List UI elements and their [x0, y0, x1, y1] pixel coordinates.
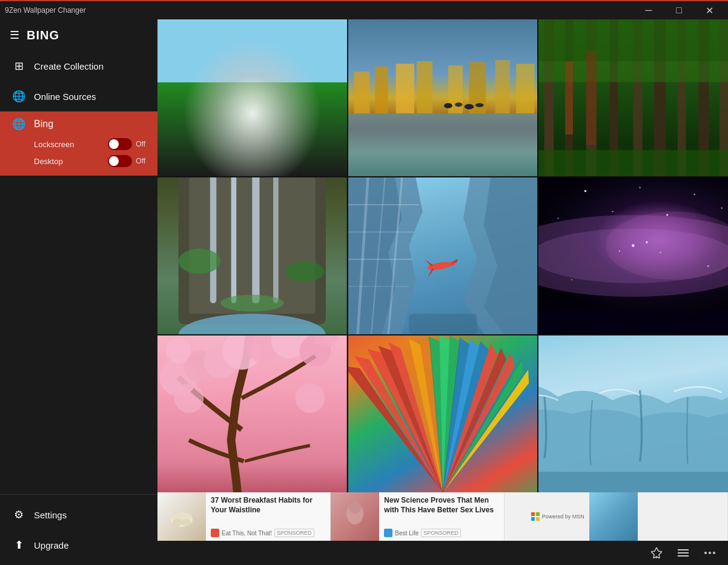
ad-msn-tag: Powered by MSN: [505, 492, 589, 541]
svg-point-117: [713, 552, 715, 554]
svg-point-42: [286, 261, 324, 282]
svg-point-75: [619, 250, 620, 251]
ad-content-1: 37 Worst Breakfast Habits for Your Waist…: [206, 492, 330, 541]
create-collection-label: Create Collection: [34, 61, 104, 71]
svg-point-43: [220, 295, 283, 312]
image-glacier[interactable]: [538, 335, 728, 492]
svg-rect-40: [273, 177, 279, 303]
svg-point-88: [166, 338, 191, 363]
maximize-button[interactable]: □: [665, 1, 693, 20]
image-grid: [157, 19, 728, 492]
svg-point-41: [179, 248, 220, 274]
svg-point-115: [704, 552, 707, 554]
image-cherry-blossom[interactable]: [157, 335, 347, 492]
titlebar-controls: ─ □ ✕: [635, 1, 723, 20]
main-content: 37 Worst Breakfast Habits for Your Waist…: [157, 19, 728, 565]
svg-point-16: [455, 102, 462, 107]
sidebar-item-settings[interactable]: ⚙ Settings: [0, 500, 157, 530]
svg-point-87: [296, 383, 325, 413]
svg-point-59: [640, 187, 641, 188]
ad-item-2[interactable]: New Science Proves That Men with This Ha…: [331, 492, 504, 541]
svg-rect-30: [538, 19, 728, 61]
svg-rect-110: [536, 517, 540, 521]
desktop-toggle-group: Off: [108, 155, 145, 167]
close-button[interactable]: ✕: [695, 1, 723, 20]
ad-bar: 37 Worst Breakfast Habits for Your Waist…: [157, 492, 728, 541]
image-waterfall[interactable]: [157, 177, 347, 334]
svg-rect-0: [157, 19, 347, 176]
sidebar-item-online-sources[interactable]: 🌐 Online Sources: [0, 81, 157, 111]
desktop-toggle[interactable]: [108, 155, 132, 167]
svg-rect-12: [495, 60, 509, 113]
svg-rect-14: [348, 113, 538, 176]
svg-rect-38: [231, 177, 237, 303]
ad-source-dot-1: [211, 529, 219, 537]
svg-point-2: [225, 25, 290, 107]
sidebar-bottom: ⚙ Settings ⬆ Upgrade: [0, 494, 157, 565]
svg-point-104: [181, 519, 191, 526]
svg-rect-108: [536, 512, 540, 516]
svg-point-106: [349, 501, 361, 514]
desktop-status: Off: [136, 157, 145, 165]
lockscreen-label: Lockscreen: [34, 140, 74, 149]
ad-sponsored-1: SPONSORED: [274, 529, 314, 537]
ad-image-1: [157, 492, 206, 541]
bing-source-item: 🌐 Bing Lockscreen Off Desktop Off: [0, 111, 157, 176]
titlebar: 9Zen Wallpaper Changer ─ □ ✕: [0, 0, 728, 19]
sidebar-item-upgrade[interactable]: ⬆ Upgrade: [0, 530, 157, 560]
lockscreen-toggle[interactable]: [108, 138, 132, 150]
sidebar-nav: ⊞ Create Collection 🌐 Online Sources 🌐 B…: [0, 51, 157, 494]
image-feathers[interactable]: [348, 335, 538, 492]
app-name: 9Zen Wallpaper Changer: [5, 6, 86, 15]
minimize-button[interactable]: ─: [635, 1, 663, 20]
sidebar-item-create-collection[interactable]: ⊞ Create Collection: [0, 51, 157, 81]
image-pelican[interactable]: [157, 19, 347, 176]
ad-sponsored-2: SPONSORED: [421, 529, 461, 537]
bottom-toolbar: [157, 541, 728, 565]
bing-title: Bing: [34, 119, 53, 130]
list-view-button[interactable]: [672, 543, 694, 563]
svg-point-76: [660, 252, 661, 253]
create-collection-icon: ⊞: [12, 59, 25, 73]
svg-rect-97: [538, 472, 728, 492]
image-forest[interactable]: [538, 19, 728, 176]
svg-point-74: [646, 241, 647, 243]
svg-rect-8: [395, 64, 414, 113]
svg-rect-107: [531, 512, 535, 516]
ad-image-3: [589, 492, 638, 541]
bing-icon: 🌐: [12, 117, 25, 131]
image-blue-canyon[interactable]: [348, 177, 538, 334]
ad-source-dot-2: [384, 529, 392, 537]
pin-button[interactable]: [646, 543, 667, 563]
ad-item-1[interactable]: 37 Worst Breakfast Habits for Your Waist…: [157, 492, 331, 541]
upgrade-label: Upgrade: [34, 540, 69, 550]
svg-point-103: [173, 519, 182, 526]
ad-image-2: [331, 492, 379, 541]
ad-item-3[interactable]: [589, 492, 728, 541]
desktop-row: Desktop Off: [12, 153, 145, 170]
svg-rect-6: [354, 71, 369, 113]
svg-point-3: [266, 40, 276, 50]
ad-content-2: New Science Proves That Men with This Ha…: [379, 492, 503, 541]
app-title: BING: [27, 28, 59, 42]
bing-header: 🌐 Bing: [12, 117, 145, 131]
lockscreen-status: Off: [136, 140, 145, 148]
svg-rect-7: [375, 67, 388, 114]
svg-rect-13: [516, 64, 534, 113]
svg-rect-32: [565, 61, 573, 134]
image-autumn-river[interactable]: [348, 19, 538, 176]
hamburger-icon[interactable]: ☰: [10, 28, 19, 42]
svg-rect-31: [538, 150, 728, 176]
svg-point-65: [721, 208, 723, 209]
ad-source-2: Best Life SPONSORED: [384, 529, 498, 537]
svg-rect-9: [417, 61, 432, 113]
ad-title-1: 37 Worst Breakfast Habits for Your Waist…: [211, 496, 325, 515]
svg-point-62: [558, 217, 559, 219]
svg-rect-109: [531, 517, 535, 521]
app-body: ☰ BING ⊞ Create Collection 🌐 Online Sour…: [0, 19, 728, 565]
image-galaxy[interactable]: [538, 177, 728, 334]
online-sources-icon: 🌐: [12, 90, 25, 103]
svg-rect-55: [409, 314, 477, 334]
svg-point-1: [172, 19, 311, 176]
more-options-button[interactable]: [699, 543, 721, 563]
